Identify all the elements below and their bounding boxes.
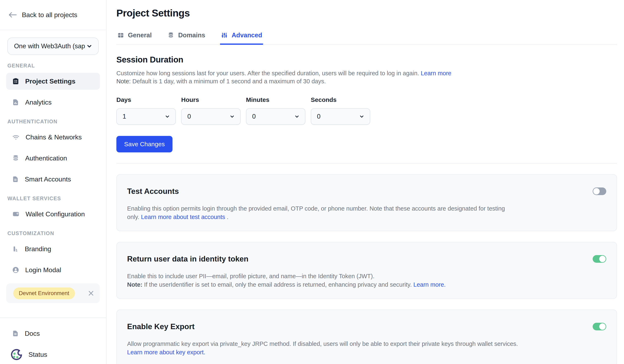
duration-controls: Days 1 Hours 0 Minutes 0 xyxy=(116,96,617,125)
key-export-toggle[interactable] xyxy=(593,323,606,330)
save-changes-button[interactable]: Save Changes xyxy=(116,136,173,152)
sidebar-item-branding[interactable]: Branding xyxy=(6,241,100,257)
sidebar-item-analytics[interactable]: Analytics xyxy=(6,94,100,111)
sidebar-item-chains-networks[interactable]: Chains & Networks xyxy=(6,129,100,146)
chevron-down-icon xyxy=(230,114,235,119)
environment-badge: Devnet Environment xyxy=(13,288,75,299)
section-label-customization: CUSTOMIZATION xyxy=(7,230,99,236)
section-label-general: GENERAL xyxy=(7,63,99,69)
sidebar-item-project-settings[interactable]: Project Settings xyxy=(6,73,100,90)
sidebar-item-label: Authentication xyxy=(25,154,67,162)
card-description: Allow programmatic key export via privat… xyxy=(127,340,606,357)
table-icon xyxy=(117,32,124,39)
hours-select[interactable]: 0 xyxy=(181,108,241,125)
description-text: only. xyxy=(127,214,141,220)
note-text: Default is 1 day, with a minimum of 1 se… xyxy=(131,78,326,85)
tab-label: General xyxy=(128,32,152,39)
close-icon[interactable] xyxy=(87,290,95,297)
tab-advanced[interactable]: Advanced xyxy=(220,30,263,44)
description-text: . xyxy=(225,214,228,220)
identity-token-card: Return user data in identity token Enabl… xyxy=(116,242,617,299)
docs-icon xyxy=(12,330,19,337)
back-label: Back to all projects xyxy=(22,11,77,19)
tab-label: Domains xyxy=(178,32,205,39)
learn-more-identity-link[interactable]: Learn more. xyxy=(413,281,445,288)
chevron-down-icon xyxy=(294,114,300,119)
seconds-value: 0 xyxy=(317,113,320,120)
section-description: Customize how long sessions last for you… xyxy=(116,70,617,85)
project-selector[interactable]: One with Web3Auth (sap xyxy=(7,38,99,55)
days-select[interactable]: 1 xyxy=(116,108,176,125)
sidebar-item-wallet-configuration[interactable]: Wallet Configuration xyxy=(6,206,100,222)
clipboard-icon xyxy=(12,77,19,85)
toggle-knob xyxy=(599,323,606,330)
learn-more-test-accounts-link[interactable]: Learn more about test accounts xyxy=(141,214,225,220)
seconds-select[interactable]: 0 xyxy=(311,108,370,125)
session-duration-section: Session Duration Customize how long sess… xyxy=(116,55,617,152)
section-heading: Session Duration xyxy=(116,55,617,64)
page-title: Project Settings xyxy=(116,7,617,19)
user-circle-icon xyxy=(12,266,19,274)
arrow-left-icon xyxy=(8,12,17,18)
environment-panel: Devnet Environment xyxy=(6,283,100,303)
file-icon xyxy=(12,176,19,183)
sidebar: Back to all projects One with Web3Auth (… xyxy=(0,0,106,364)
days-field: Days 1 xyxy=(116,96,176,125)
seconds-field: Seconds 0 xyxy=(311,96,370,125)
sidebar-nav: GENERAL Project Settings Analytics AUTHE… xyxy=(0,63,106,278)
seconds-label: Seconds xyxy=(311,96,370,103)
tab-domains[interactable]: Domains xyxy=(166,30,206,44)
hours-label: Hours xyxy=(181,96,241,103)
minutes-value: 0 xyxy=(252,113,256,120)
minutes-select[interactable]: 0 xyxy=(246,108,305,125)
card-title: Test Accounts xyxy=(127,187,179,196)
description-text: Customize how long sessions last for you… xyxy=(116,70,419,76)
sidebar-item-smart-accounts[interactable]: Smart Accounts xyxy=(6,171,100,188)
sidebar-footer: Docs Status xyxy=(0,317,106,363)
sidebar-item-docs[interactable]: Docs xyxy=(6,325,100,342)
days-label: Days xyxy=(116,96,176,103)
sidebar-item-label: Smart Accounts xyxy=(25,175,71,183)
sidebar-item-label: Status xyxy=(28,351,47,358)
sidebar-item-status[interactable]: Status xyxy=(6,346,100,363)
test-accounts-card: Test Accounts Enabling this option permi… xyxy=(116,174,617,231)
sliders-icon xyxy=(221,32,228,39)
wallet-icon xyxy=(12,210,20,218)
main-content: Project Settings General Domains Advance… xyxy=(106,7,624,364)
sidebar-item-label: Analytics xyxy=(25,98,52,106)
back-to-projects-button[interactable]: Back to all projects xyxy=(0,0,106,30)
wifi-icon xyxy=(12,133,20,141)
sidebar-item-label: Project Settings xyxy=(25,77,76,85)
database-icon xyxy=(167,32,174,39)
branding-icon xyxy=(12,245,19,252)
section-label-authentication: AUTHENTICATION xyxy=(7,119,99,124)
note-label: Note: xyxy=(127,281,142,288)
hours-field: Hours 0 xyxy=(181,96,241,125)
section-label-wallet-services: WALLET SERVICES xyxy=(7,195,99,201)
card-description: Enabling this option permits login throu… xyxy=(127,204,606,221)
minutes-field: Minutes 0 xyxy=(246,96,305,125)
identity-token-toggle[interactable] xyxy=(593,255,606,263)
key-export-card: Enable Key Export Allow programmatic key… xyxy=(116,310,617,364)
sidebar-item-label: Wallet Configuration xyxy=(26,210,85,218)
database-icon xyxy=(12,154,19,162)
sidebar-item-label: Chains & Networks xyxy=(26,133,82,141)
learn-more-link[interactable]: Learn more xyxy=(421,70,451,76)
description-text: Allow programmatic key export via privat… xyxy=(127,340,518,347)
sidebar-item-login-modal[interactable]: Login Modal xyxy=(6,262,100,278)
project-selector-value: One with Web3Auth (sap xyxy=(14,43,85,50)
chevron-down-icon xyxy=(165,114,170,119)
toggle-knob xyxy=(593,188,600,194)
card-description: Enable this to include user PII—email, p… xyxy=(127,272,606,289)
chevron-down-icon xyxy=(86,43,92,49)
test-accounts-toggle[interactable] xyxy=(593,188,606,195)
days-value: 1 xyxy=(123,113,126,120)
tab-bar: General Domains Advanced xyxy=(116,30,617,45)
card-title: Enable Key Export xyxy=(127,322,195,331)
tab-general[interactable]: General xyxy=(116,30,153,44)
card-title: Return user data in identity token xyxy=(127,255,248,263)
learn-more-key-export-link[interactable]: Learn more about key export. xyxy=(127,349,205,356)
sidebar-item-authentication[interactable]: Authentication xyxy=(6,150,100,167)
description-text: Enable this to include user PII—email, p… xyxy=(127,273,374,279)
sidebar-item-label: Branding xyxy=(25,245,51,253)
